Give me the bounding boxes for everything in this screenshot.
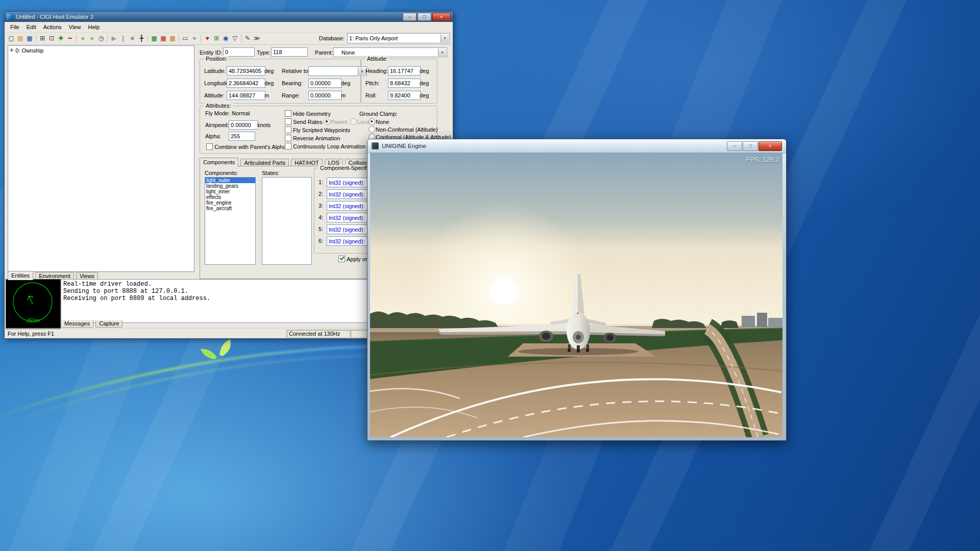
open-file-icon[interactable]: ▤ [16, 34, 25, 43]
minimize-button[interactable]: – [403, 13, 416, 21]
stop-icon[interactable]: ■ [128, 34, 137, 43]
unigine-icon [372, 142, 379, 149]
query-icon[interactable]: ◉ [221, 34, 230, 43]
window-title: Untitled - CIGI Host Emulator 3 [16, 14, 93, 20]
altitude-field[interactable]: 144.08827 [227, 91, 265, 100]
signal-icon[interactable]: ≈ [190, 34, 199, 43]
add-view-icon[interactable]: ⊞ [38, 34, 47, 43]
loop-animation-checkbox[interactable] [285, 143, 291, 149]
fly-waypoints-checkbox[interactable] [285, 127, 291, 133]
maximize-button[interactable]: □ [743, 141, 758, 151]
attitude-group: Attitude: Heading: 16.17747 deg Pitch: 8… [361, 59, 437, 104]
tab-messages[interactable]: Messages [61, 320, 93, 328]
send-rates-parent-label: Parent [331, 119, 347, 125]
minimize-button[interactable]: – [727, 141, 742, 151]
hold-icon[interactable]: ◷ [96, 34, 106, 43]
latitude-field[interactable]: 48.72934605 [227, 66, 265, 76]
list-item[interactable]: landing_gears [205, 183, 255, 189]
joystick-icon[interactable]: ╋ [137, 34, 146, 43]
bearing-field[interactable]: 0.00000 [308, 79, 342, 88]
sun [491, 278, 517, 305]
reverse-animation-checkbox[interactable] [285, 135, 291, 141]
view-orange-icon[interactable]: ▦ [168, 34, 177, 43]
tab-capture[interactable]: Capture [95, 320, 122, 328]
csd-row-number: 1: [318, 179, 323, 185]
add-entity-icon[interactable]: ✚ [56, 34, 65, 43]
apply-on-startup-checkbox[interactable] [338, 256, 345, 262]
menu-help[interactable]: Help [84, 23, 103, 31]
menu-actions[interactable]: Actions [40, 23, 65, 31]
send-icon[interactable]: ≫ [252, 34, 261, 43]
states-list[interactable] [262, 177, 312, 265]
pitch-field[interactable]: 8.68432 [388, 79, 421, 88]
database-select[interactable]: 1: Paris Orly Airport ▼ [347, 33, 450, 43]
play-icon[interactable]: ▶ [109, 34, 118, 43]
send-rates-checkbox[interactable] [285, 118, 291, 125]
rewind-icon[interactable]: « [78, 34, 87, 43]
ground-clamp-label: Ground Clamp: [359, 111, 398, 117]
close-button[interactable]: × [432, 13, 451, 21]
copy-entity-icon[interactable]: ⊡ [47, 34, 56, 43]
tab-components[interactable]: Components [200, 158, 238, 167]
heading-field[interactable]: 16.17747 [388, 66, 421, 76]
close-button[interactable]: × [758, 141, 782, 151]
save-icon[interactable]: ▦ [25, 34, 34, 43]
relative-to-label: Relative to: [282, 68, 310, 74]
tree-item-ownship[interactable]: ✈ 0: Ownship [8, 46, 194, 55]
entity-tree[interactable]: ✈ 0: Ownship [8, 45, 194, 272]
list-item[interactable]: fire_engine [205, 200, 255, 206]
filter-icon[interactable]: ▽ [230, 34, 239, 43]
menu-edit[interactable]: Edit [23, 23, 40, 31]
bearing-unit: deg [341, 80, 350, 86]
database-label: Database: [319, 35, 345, 41]
maximize-button[interactable]: □ [418, 13, 431, 21]
tab-entities[interactable]: Entities [8, 271, 33, 280]
unigine-title-bar[interactable]: UNIGINE Engine – □ × [368, 139, 786, 153]
attitude-group-title: Attitude: [365, 56, 389, 62]
packet-icon[interactable]: ▭ [181, 34, 190, 43]
send-rates-parent-radio[interactable] [324, 118, 330, 125]
components-list[interactable]: light_outer landing_gears light_inner ef… [205, 177, 256, 265]
ground-clamp-nonconformal-label: Non-Conformal (Altitude) [376, 127, 438, 133]
range-field[interactable]: 0.00000 [308, 91, 342, 100]
csd-row-number: 2: [318, 191, 323, 197]
relative-to-select[interactable]: ▼ [308, 66, 367, 76]
view-green-icon[interactable]: ▦ [150, 34, 159, 43]
cigi-title-bar[interactable]: Untitled - CIGI Host Emulator 3 – □ × [5, 12, 453, 22]
ground-clamp-nonconformal-radio[interactable] [369, 126, 375, 133]
range-label: Range: [282, 92, 300, 98]
scene-3d-viewport[interactable] [370, 153, 782, 437]
parent-select[interactable]: None ▼ [333, 47, 447, 57]
parent-label: Parent: [315, 49, 333, 56]
pause-icon[interactable]: ∥ [118, 34, 128, 43]
add-packet-icon[interactable]: ⊞ [212, 34, 221, 43]
ground-clamp-none-radio[interactable] [369, 118, 375, 125]
pitch-unit: deg [420, 80, 429, 86]
run-icon[interactable]: » [87, 34, 96, 43]
list-item[interactable]: effects [205, 194, 255, 200]
toolbar-separator [201, 35, 201, 42]
list-item[interactable]: fire_aircraft [205, 206, 255, 211]
pencil-icon[interactable]: ✎ [243, 34, 252, 43]
remove-entity-icon[interactable]: ━ [65, 34, 75, 43]
list-item[interactable]: light_inner [205, 189, 255, 194]
roll-field[interactable]: 9.82400 [388, 91, 421, 100]
menu-view[interactable]: View [65, 23, 85, 31]
type-field[interactable]: 118 [271, 47, 308, 57]
airplane-icon: ✈ [9, 47, 14, 54]
alpha-field[interactable]: 255 [229, 132, 255, 141]
new-file-icon[interactable]: ▢ [7, 34, 16, 43]
hide-geometry-checkbox[interactable] [285, 110, 291, 117]
altitude-label: Altitude: [204, 92, 225, 98]
heart-icon[interactable]: ♥ [203, 34, 212, 43]
airspeed-field[interactable]: 0.00000 [229, 120, 258, 130]
longitude-field[interactable]: 2.36684042 [227, 79, 265, 88]
menu-file[interactable]: File [7, 23, 23, 31]
view-red-icon[interactable]: ▦ [159, 34, 168, 43]
radar-heading-arrow [28, 296, 33, 304]
beacon-light [577, 312, 578, 314]
range-unit: m [341, 92, 346, 98]
list-item[interactable]: light_outer [205, 178, 255, 183]
send-rates-local-radio[interactable] [350, 118, 357, 125]
combine-alpha-checkbox[interactable] [206, 143, 213, 150]
